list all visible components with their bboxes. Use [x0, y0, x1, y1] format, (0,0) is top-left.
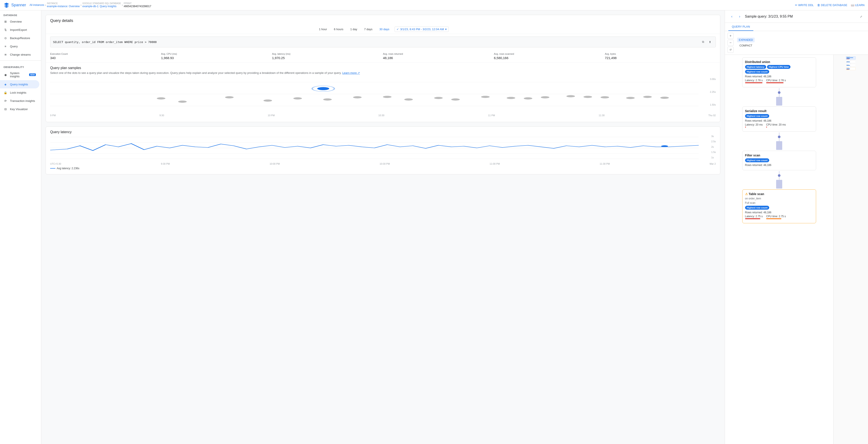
- delete-database-button[interactable]: 🗑 DELETE DATABASE: [817, 3, 847, 7]
- zoom-out-button[interactable]: −: [727, 40, 734, 46]
- sidebar-item-query-insights[interactable]: ◈ Query insights: [0, 80, 39, 88]
- connector-dot-2: [778, 136, 780, 138]
- latency-bar-du: [745, 82, 763, 83]
- right-panel-header: ‹ › Sample query: 3/1/23, 9:55 PM ⤢: [725, 10, 868, 23]
- learn-button[interactable]: 📖 LEARN: [851, 3, 865, 7]
- reset-zoom-button[interactable]: ↺: [727, 47, 734, 53]
- svg-point-8: [323, 98, 332, 100]
- scatter-chart-svg[interactable]: [50, 78, 716, 113]
- copy-sql-button[interactable]: ⧉: [700, 39, 706, 45]
- breadcrumb-database[interactable]: GOOGLE STANDARD SQL DATABASE example-db-…: [83, 2, 121, 8]
- stats-row: Execution Count 340 Avg. CPU (ms) 1,968.…: [46, 50, 720, 63]
- latency-chart-svg: [50, 135, 716, 161]
- streams-icon: ≋: [3, 53, 7, 57]
- key-icon: ⊟: [3, 107, 7, 111]
- right-panel-top-controls: + − ↺ EXPANDED COMPACT: [725, 31, 868, 55]
- node-metrics-serialize: Latency: 20 ms CPU time: 20 ms: [745, 123, 813, 127]
- sidebar-item-lock-insights[interactable]: 🔒 Lock insights: [0, 88, 39, 97]
- observability-section-title: OBSERVABILITY: [0, 62, 41, 69]
- svg-point-4: [178, 100, 187, 103]
- time-btn-1hour[interactable]: 1 hour: [317, 27, 329, 32]
- backup-icon: ⊙: [3, 36, 7, 40]
- node-title-tablescan: ⚠Table scan: [745, 192, 813, 196]
- time-btn-30days[interactable]: 30 days: [378, 27, 391, 32]
- stat-avg-bytes: Avg. bytes 721,498: [605, 53, 716, 60]
- query-latency-title: Query latency: [46, 127, 720, 135]
- sidebar-item-key-visualizer[interactable]: ⊟ Key Visualizer: [0, 105, 39, 113]
- right-panel: ‹ › Sample query: 3/1/23, 9:55 PM ⤢ QUER…: [725, 10, 868, 444]
- connector-2: [779, 132, 779, 141]
- next-sample-button[interactable]: ›: [736, 13, 743, 20]
- node-title-serialize: Serialize result: [745, 109, 813, 113]
- sidebar-item-transaction-insights[interactable]: ⟳ Transaction insights: [0, 97, 39, 105]
- svg-point-5: [225, 96, 234, 98]
- breadcrumb-sep-1: ›: [45, 3, 46, 7]
- badge-hr-serialize: Highest row count: [745, 114, 769, 118]
- svg-point-16: [524, 97, 532, 99]
- warning-icon: ⚠: [745, 192, 748, 196]
- app-name: Spanner: [11, 3, 26, 7]
- tab-query-plan[interactable]: QUERY PLAN: [728, 23, 753, 31]
- sidebar-item-change-streams[interactable]: ≋ Change streams: [0, 50, 39, 59]
- write-ddl-button[interactable]: ✏ WRITE DDL: [795, 3, 814, 7]
- badge-hr-tablescan: Highest row count: [745, 206, 769, 210]
- time-btn-7days[interactable]: 7 days: [363, 27, 374, 32]
- topbar-actions: ✏ WRITE DDL 🗑 DELETE DATABASE 📖 LEARN: [795, 3, 865, 7]
- svg-point-14: [481, 96, 490, 98]
- time-range-selector[interactable]: ✓ 3/1/23, 8:43 PM - 3/2/23, 12:04 AM ▾: [395, 27, 449, 32]
- plan-node-tablescan-wrapper: ⚠Table scan on order_item Full scan High…: [726, 188, 832, 224]
- right-panel-body: Distributed union Highest latency Highes…: [725, 55, 868, 444]
- breadcrumb-instance[interactable]: INSTANCE example-instance: Overview: [47, 2, 80, 8]
- node-rows-serialize: Rows returned: 48,186: [745, 119, 813, 122]
- svg-point-13: [451, 98, 460, 100]
- plan-node-serialize-wrapper: Serialize result Highest row count Rows …: [726, 106, 832, 150]
- plan-node-distributed-union: Distributed union Highest latency Highes…: [742, 57, 816, 87]
- time-btn-1day[interactable]: 1 day: [348, 27, 359, 32]
- connector-dot-3: [778, 174, 780, 177]
- sidebar-item-import-export[interactable]: ⇅ Import/Export: [0, 26, 39, 34]
- svg-point-19: [584, 96, 592, 98]
- expand-panel-button[interactable]: ⤢: [858, 13, 865, 20]
- svg-point-31: [661, 145, 668, 147]
- prev-sample-button[interactable]: ‹: [728, 13, 735, 20]
- svg-point-6: [264, 99, 272, 102]
- main-panel: Query details 1 hour 6 hours 1 day 7 day…: [41, 10, 725, 444]
- svg-point-17: [541, 96, 549, 98]
- query-details-title: Query details: [46, 15, 720, 25]
- svg-point-11: [404, 98, 413, 100]
- breadcrumb: All instances › INSTANCE example-instanc…: [30, 2, 793, 8]
- sql-text: SELECT quantity, order_id FROM order_ite…: [53, 40, 157, 44]
- node-metrics-tablescan: Latency: 2.75 s CPU time: 2.75 s: [745, 215, 813, 219]
- expanded-view-button[interactable]: EXPANDED: [737, 37, 755, 42]
- learn-more-link[interactable]: Learn more ↗: [342, 71, 360, 75]
- node-subtitle-tablescan: on order_item: [745, 197, 813, 200]
- badge-hr-filter: Highest row count: [745, 158, 769, 162]
- breadcrumb-all-instances[interactable]: All instances: [30, 3, 44, 6]
- stat-avg-cpu: Avg. CPU (ms) 1,968.93: [161, 53, 272, 60]
- query-plan-desc: Select one of the dots to see a query pl…: [46, 71, 720, 78]
- stat-execution-count: Execution Count 340: [50, 53, 161, 60]
- sql-actions: ⧉ ⬆: [700, 39, 713, 45]
- main-layout: DATABASE ⊞ Overview ⇅ Import/Export ⊙ Ba…: [0, 10, 868, 444]
- sidebar-item-system-insights[interactable]: ◉ System insights NEW: [0, 69, 39, 80]
- time-btn-6hours[interactable]: 6 hours: [332, 27, 345, 32]
- new-badge: NEW: [29, 73, 36, 76]
- expand-sql-button[interactable]: ⬆: [707, 39, 713, 45]
- compact-view-button[interactable]: COMPACT: [737, 43, 755, 48]
- sidebar-item-overview[interactable]: ⊞ Overview: [0, 18, 39, 26]
- connector-bar-3: [776, 180, 782, 188]
- zoom-in-button[interactable]: +: [727, 33, 734, 39]
- right-panel-tabs: QUERY PLAN: [725, 23, 868, 31]
- svg-point-21: [626, 97, 634, 99]
- plan-node-serialize: Serialize result Highest row count Rows …: [742, 107, 816, 131]
- breadcrumb-sep-3: ›: [122, 3, 123, 7]
- badge-highest-latency: Highest latency: [745, 65, 766, 69]
- sidebar-item-backup-restore[interactable]: ⊙ Backup/Restore: [0, 34, 39, 42]
- cpu-bar-du: [766, 82, 783, 83]
- query-plan-section-title: Query plan samples: [46, 63, 720, 71]
- query-plan-chart: 3.00s 2.25s 1.50s 9 PM9:3010 PM10:3011 P…: [46, 78, 720, 122]
- sidebar-item-query[interactable]: ≡ Query: [0, 42, 39, 50]
- plan-nodes: Distributed union Highest latency Highes…: [725, 55, 833, 444]
- breadcrumb-fprint: FPRINT #865423840743298017: [124, 2, 151, 8]
- latency-bar-ts: [745, 218, 760, 219]
